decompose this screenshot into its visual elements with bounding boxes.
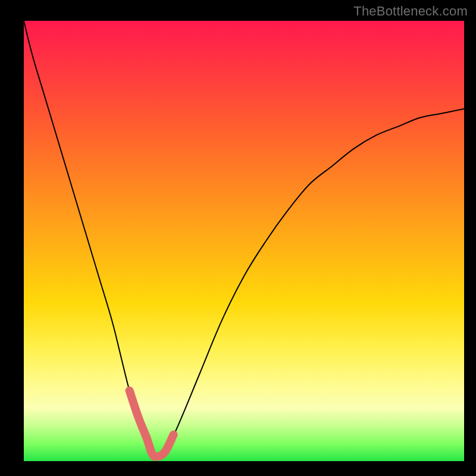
watermark-text: TheBottleneck.com bbox=[353, 4, 468, 19]
curve-svg bbox=[24, 21, 464, 461]
plot-area bbox=[24, 21, 464, 461]
optimal-highlight bbox=[130, 391, 174, 457]
chart-frame: TheBottleneck.com bbox=[0, 0, 476, 476]
bottleneck-curve bbox=[24, 21, 464, 457]
